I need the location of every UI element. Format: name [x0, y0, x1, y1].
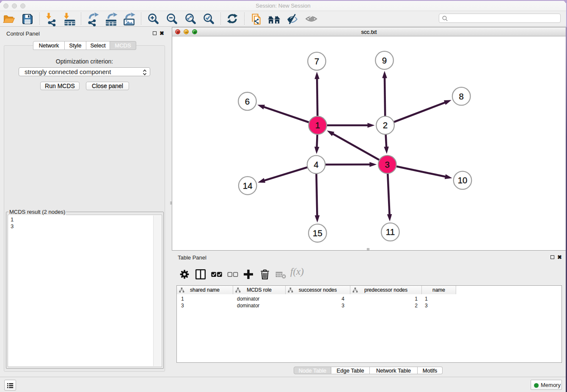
svg-text:9: 9	[382, 55, 387, 65]
svg-text:7: 7	[314, 56, 319, 66]
svg-text:2: 2	[383, 120, 388, 130]
svg-text:3: 3	[385, 160, 390, 169]
svg-text:8: 8	[459, 91, 464, 101]
svg-text:1: 1	[315, 120, 320, 130]
svg-text:11: 11	[386, 227, 395, 237]
svg-text:14: 14	[243, 181, 253, 190]
svg-text:4: 4	[314, 160, 318, 169]
svg-text:10: 10	[458, 175, 468, 185]
svg-text:15: 15	[313, 228, 322, 238]
svg-text:6: 6	[245, 97, 250, 106]
